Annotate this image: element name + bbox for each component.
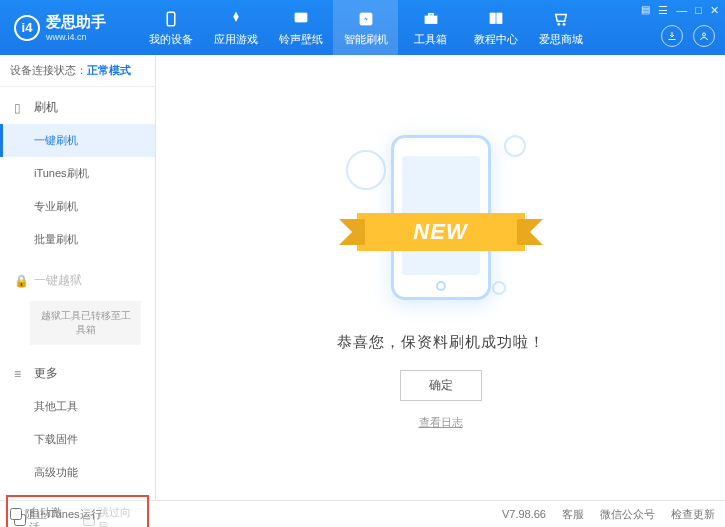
nav-ringtone-wallpaper[interactable]: 铃声壁纸 — [268, 0, 333, 55]
download-button[interactable] — [661, 25, 683, 47]
top-nav: 我的设备 应用游戏 铃声壁纸 智能刷机 工具箱 教程中心 爱思商城 — [138, 0, 593, 55]
svg-rect-1 — [295, 13, 307, 22]
sidebar-item-batch-flash[interactable]: 批量刷机 — [0, 223, 155, 256]
sidebar-item-advanced[interactable]: 高级功能 — [0, 456, 155, 489]
cart-icon — [551, 9, 571, 29]
media-icon — [291, 9, 311, 29]
nav-apps-games[interactable]: 应用游戏 — [203, 0, 268, 55]
nav-smart-flash[interactable]: 智能刷机 — [333, 0, 398, 55]
checkbox-block-itunes[interactable]: 阻止iTunes运行 — [10, 507, 102, 522]
app-title: 爱思助手 — [46, 13, 106, 32]
app-subtitle: www.i4.cn — [46, 32, 106, 42]
success-message: 恭喜您，保资料刷机成功啦！ — [337, 333, 545, 352]
jailbreak-note: 越狱工具已转移至工具箱 — [30, 301, 141, 345]
menu-icon[interactable]: ▤ — [641, 4, 650, 17]
nav-label: 工具箱 — [414, 32, 447, 47]
logo-area: i4 爱思助手 www.i4.cn — [0, 13, 120, 42]
svg-point-6 — [562, 23, 564, 25]
connection-status: 设备连接状态：正常模式 — [0, 55, 155, 87]
flash-icon — [356, 9, 376, 29]
sidebar-group-label: 更多 — [34, 365, 58, 382]
ok-button[interactable]: 确定 — [400, 370, 482, 401]
sidebar-item-oneclick-flash[interactable]: 一键刷机 — [0, 124, 155, 157]
sidebar-item-itunes-flash[interactable]: iTunes刷机 — [0, 157, 155, 190]
device-icon — [161, 9, 181, 29]
close-icon[interactable]: ✕ — [710, 4, 719, 17]
sidebar-group-flash[interactable]: ▯ 刷机 — [0, 91, 155, 124]
svg-rect-4 — [428, 13, 433, 15]
nav-label: 教程中心 — [474, 32, 518, 47]
view-log-link[interactable]: 查看日志 — [419, 415, 463, 430]
svg-rect-0 — [167, 12, 175, 26]
sidebar-group-label: 一键越狱 — [34, 272, 82, 289]
maximize-icon[interactable]: □ — [695, 4, 702, 17]
phone-icon: ▯ — [14, 101, 28, 115]
version-label: V7.98.66 — [502, 508, 546, 520]
minimize-icon[interactable]: — — [676, 4, 687, 17]
sidebar-group-more[interactable]: ≡ 更多 — [0, 357, 155, 390]
footer-link-update[interactable]: 检查更新 — [671, 507, 715, 522]
svg-point-7 — [703, 33, 706, 36]
toolbox-icon — [421, 9, 441, 29]
nav-store[interactable]: 爱思商城 — [528, 0, 593, 55]
nav-label: 智能刷机 — [344, 32, 388, 47]
new-ribbon: NEW — [357, 213, 525, 251]
logo-icon: i4 — [14, 15, 40, 41]
nav-my-device[interactable]: 我的设备 — [138, 0, 203, 55]
footer-link-wechat[interactable]: 微信公众号 — [600, 507, 655, 522]
nav-label: 爱思商城 — [539, 32, 583, 47]
sidebar-group-label: 刷机 — [34, 99, 58, 116]
list-icon: ≡ — [14, 367, 28, 381]
book-icon — [486, 9, 506, 29]
footer-link-support[interactable]: 客服 — [562, 507, 584, 522]
nav-label: 应用游戏 — [214, 32, 258, 47]
user-button[interactable] — [693, 25, 715, 47]
main-content: NEW 恭喜您，保资料刷机成功啦！ 确定 查看日志 — [156, 55, 725, 500]
window-controls: ▤ ☰ — □ ✕ — [641, 4, 719, 17]
success-illustration: NEW — [351, 125, 531, 315]
sidebar-item-pro-flash[interactable]: 专业刷机 — [0, 190, 155, 223]
app-header: i4 爱思助手 www.i4.cn 我的设备 应用游戏 铃声壁纸 智能刷机 工具… — [0, 0, 725, 55]
lock-icon: 🔒 — [14, 274, 28, 288]
svg-point-5 — [557, 23, 559, 25]
settings-icon[interactable]: ☰ — [658, 4, 668, 17]
nav-tutorials[interactable]: 教程中心 — [463, 0, 528, 55]
nav-toolbox[interactable]: 工具箱 — [398, 0, 463, 55]
nav-label: 我的设备 — [149, 32, 193, 47]
apps-icon — [226, 9, 246, 29]
sidebar-item-other-tools[interactable]: 其他工具 — [0, 390, 155, 423]
sidebar-item-download-firmware[interactable]: 下载固件 — [0, 423, 155, 456]
sidebar: 设备连接状态：正常模式 ▯ 刷机 一键刷机 iTunes刷机 专业刷机 批量刷机… — [0, 55, 156, 500]
sidebar-group-jailbreak: 🔒 一键越狱 — [0, 264, 155, 297]
svg-rect-3 — [425, 16, 437, 24]
nav-label: 铃声壁纸 — [279, 32, 323, 47]
